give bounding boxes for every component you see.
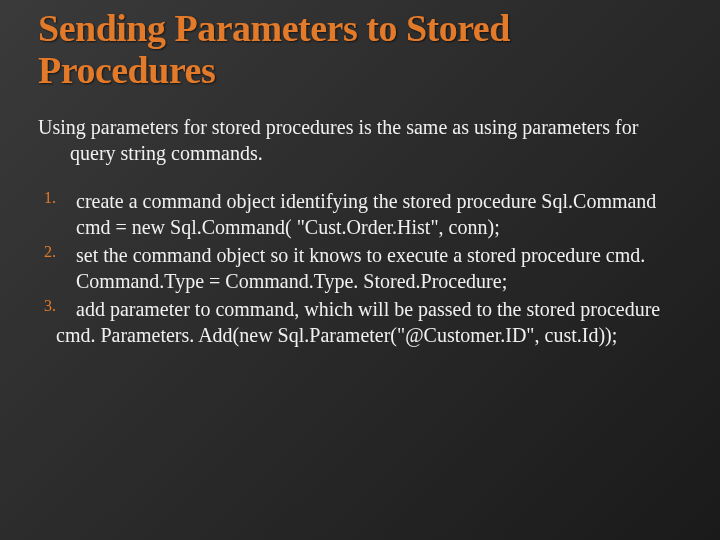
list-item: add parameter to command, which will be … <box>44 296 688 348</box>
list-item: set the command object so it knows to ex… <box>44 242 688 294</box>
step-code: cmd. Parameters. Add(new Sql.Parameter("… <box>56 322 688 348</box>
slide: Sending Parameters to Stored Procedures … <box>0 0 720 540</box>
steps-list: create a command object identifying the … <box>44 188 688 348</box>
step-text: set the command object so it knows to ex… <box>76 242 688 294</box>
list-item: create a command object identifying the … <box>44 188 688 240</box>
step-text: add parameter to command, which will be … <box>76 296 688 322</box>
slide-title: Sending Parameters to Stored Procedures <box>38 8 688 92</box>
intro-paragraph: Using parameters for stored procedures i… <box>70 114 688 166</box>
step-text: create a command object identifying the … <box>76 188 688 240</box>
